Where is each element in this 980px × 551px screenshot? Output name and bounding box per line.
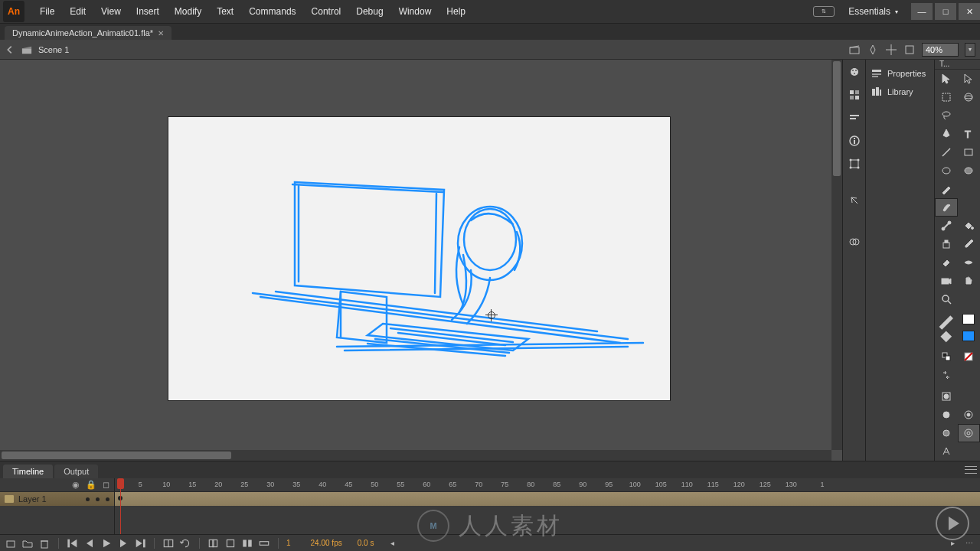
- window-maximize-icon[interactable]: □: [935, 3, 956, 20]
- menu-insert[interactable]: Insert: [129, 2, 167, 21]
- step-forward-icon[interactable]: [117, 537, 129, 549]
- workspace-switcher[interactable]: Essentials▾: [842, 3, 904, 20]
- brush-pressure-icon[interactable]: [958, 424, 981, 442]
- swatches-panel-icon[interactable]: [847, 87, 862, 103]
- delete-layer-icon[interactable]: [38, 537, 51, 549]
- play-icon[interactable]: [100, 537, 113, 549]
- document-tab[interactable]: DynamicAnimeAction_Animatic01.fla* ✕: [5, 26, 172, 40]
- layer-row[interactable]: Layer 1: [0, 492, 114, 506]
- fps-display[interactable]: 24.00 fps: [311, 539, 342, 547]
- menu-file[interactable]: File: [32, 2, 62, 21]
- library-panel-button[interactable]: Library: [866, 83, 934, 101]
- lock-header-icon[interactable]: 🔒: [86, 480, 96, 490]
- close-tab-icon[interactable]: ✕: [158, 29, 164, 37]
- fill-color-swatch[interactable]: [958, 328, 981, 344]
- onion-skin-icon[interactable]: [207, 537, 220, 549]
- menu-commands[interactable]: Commands: [241, 2, 303, 21]
- camera-tool[interactable]: [935, 272, 958, 290]
- frame-row[interactable]: [115, 492, 980, 506]
- swap-colors-icon[interactable]: [935, 366, 958, 384]
- loop-icon[interactable]: [179, 537, 191, 549]
- black-white-swap-icon[interactable]: [935, 347, 958, 366]
- subselection-tool[interactable]: [958, 70, 981, 88]
- clip-content-icon[interactable]: [903, 44, 916, 56]
- stroke-color-swatch[interactable]: [958, 311, 981, 328]
- horizontal-scrollbar[interactable]: [0, 450, 831, 461]
- menu-view[interactable]: View: [93, 2, 129, 21]
- current-frame[interactable]: 1: [286, 539, 291, 547]
- tool-option-1[interactable]: [958, 387, 981, 406]
- paint-bucket-tool[interactable]: [958, 217, 981, 235]
- brush-mode-icon[interactable]: [958, 406, 981, 424]
- info-panel-icon[interactable]: [847, 133, 862, 148]
- new-folder-icon[interactable]: [21, 537, 34, 549]
- goto-last-frame-icon[interactable]: [134, 537, 146, 549]
- sync-settings-icon[interactable]: ⇅: [813, 6, 835, 17]
- back-arrow-icon[interactable]: [5, 44, 15, 55]
- edit-multiple-frames-icon[interactable]: [241, 537, 253, 549]
- width-tool[interactable]: [958, 253, 981, 272]
- polystar-tool[interactable]: [958, 161, 981, 180]
- frame-ruler[interactable]: 1510152025303540455055606570758085909510…: [115, 478, 980, 492]
- oval-tool[interactable]: [935, 161, 958, 180]
- line-tool[interactable]: [935, 143, 958, 161]
- selection-tool[interactable]: [935, 70, 958, 88]
- pen-tool[interactable]: [935, 125, 958, 143]
- brush-size-icon[interactable]: [935, 406, 958, 424]
- playhead[interactable]: [120, 478, 121, 534]
- edit-symbols-icon[interactable]: [867, 44, 879, 56]
- properties-panel-button[interactable]: Properties: [866, 64, 934, 83]
- modify-markers-icon[interactable]: [258, 537, 270, 549]
- timeline-scroll-left-icon[interactable]: ◂: [386, 537, 398, 549]
- step-back-icon[interactable]: [83, 537, 96, 549]
- visibility-header-icon[interactable]: ◉: [72, 480, 80, 490]
- center-stage-icon[interactable]: [885, 44, 897, 56]
- new-layer-icon[interactable]: [5, 537, 17, 549]
- outline-header-icon[interactable]: ◻: [103, 480, 109, 490]
- rectangle-tool[interactable]: [958, 143, 981, 161]
- menu-edit[interactable]: Edit: [62, 2, 93, 21]
- menu-help[interactable]: Help: [439, 2, 473, 21]
- menu-control[interactable]: Control: [304, 2, 349, 21]
- menu-text[interactable]: Text: [209, 2, 241, 21]
- stage-area[interactable]: [0, 60, 842, 461]
- menu-debug[interactable]: Debug: [348, 2, 390, 21]
- eyedropper-tool[interactable]: [958, 235, 981, 253]
- onion-skin-outlines-icon[interactable]: [224, 537, 237, 549]
- zoom-dropdown-icon[interactable]: ▾: [965, 43, 975, 57]
- brush-tilt-icon[interactable]: [935, 442, 958, 461]
- transform-panel-icon[interactable]: [847, 156, 862, 171]
- center-frame-icon[interactable]: [162, 537, 175, 549]
- layer-name[interactable]: Layer 1: [18, 494, 47, 504]
- ink-bottle-tool[interactable]: [935, 235, 958, 253]
- timeline-options-icon[interactable]: ⋯: [963, 537, 975, 549]
- 3d-rotation-tool[interactable]: [958, 88, 981, 106]
- timeline-scroll-right-icon[interactable]: ▸: [946, 537, 959, 549]
- free-transform-tool[interactable]: [935, 88, 958, 106]
- brush-shape-icon[interactable]: [935, 424, 958, 442]
- eraser-tool[interactable]: [935, 253, 958, 272]
- zoom-input[interactable]: 40%: [922, 43, 959, 57]
- color-panel-icon[interactable]: [847, 64, 862, 80]
- frames-area[interactable]: 1510152025303540455055606570758085909510…: [115, 478, 980, 534]
- vertical-scrollbar[interactable]: [831, 60, 842, 450]
- zoom-tool[interactable]: [935, 290, 958, 308]
- bone-tool[interactable]: [935, 217, 958, 235]
- edit-scene-icon[interactable]: [848, 44, 861, 56]
- pencil-tool[interactable]: [935, 180, 958, 198]
- panel-menu-icon[interactable]: [965, 465, 977, 475]
- tab-timeline[interactable]: Timeline: [3, 465, 53, 478]
- no-color-icon[interactable]: [958, 347, 981, 366]
- stage-canvas[interactable]: [168, 117, 670, 400]
- scene-name[interactable]: Scene 1: [38, 45, 69, 54]
- window-close-icon[interactable]: ✕: [959, 3, 980, 20]
- align-panel-icon[interactable]: [847, 110, 862, 126]
- fill-color-icon[interactable]: [935, 328, 958, 344]
- goto-first-frame-icon[interactable]: [67, 537, 79, 549]
- brush-tool[interactable]: [935, 198, 958, 217]
- object-drawing-icon[interactable]: [935, 387, 958, 406]
- history-panel-icon[interactable]: [847, 193, 862, 208]
- lasso-tool[interactable]: [935, 106, 958, 125]
- tab-output[interactable]: Output: [54, 465, 98, 478]
- menu-window[interactable]: Window: [391, 2, 439, 21]
